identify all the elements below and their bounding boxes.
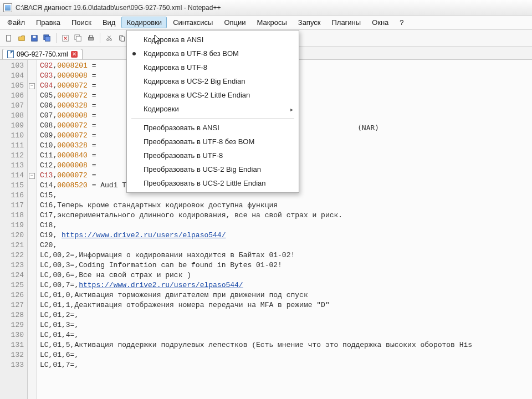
menu-item-вид[interactable]: Вид bbox=[98, 17, 121, 28]
code-line[interactable]: LC,01,7=, bbox=[40, 360, 472, 370]
toolbar-separator bbox=[100, 33, 100, 43]
code-line[interactable]: LC,00,2=,Информация о кодировании находи… bbox=[40, 250, 472, 260]
line-number: 131 bbox=[1, 340, 24, 350]
fold-toggle-icon[interactable] bbox=[28, 81, 36, 91]
code-line[interactable]: LC,00,3=,Coding Information can be found… bbox=[40, 260, 472, 270]
code-token: LC,00,6=,Все на свой страх и риск ) bbox=[40, 271, 191, 279]
code-token: 0000328 bbox=[57, 141, 88, 150]
code-line[interactable]: LC,00,6=,Все на свой страх и риск ) bbox=[40, 270, 472, 280]
line-number: 126 bbox=[1, 290, 24, 300]
code-token: C10 bbox=[40, 141, 53, 150]
fold-spacer bbox=[28, 61, 36, 71]
save-all-icon[interactable] bbox=[42, 33, 53, 44]
menu-item[interactable]: Кодировка в ANSI bbox=[127, 33, 299, 47]
line-number: 110 bbox=[1, 131, 24, 141]
code-token: 0008201 bbox=[57, 62, 88, 70]
fold-spacer bbox=[28, 250, 36, 260]
fold-spacer bbox=[28, 231, 36, 241]
code-token: 0000072 bbox=[57, 131, 88, 140]
menu-item-опции[interactable]: Опции bbox=[219, 17, 250, 28]
close-all-icon[interactable] bbox=[73, 33, 84, 44]
svg-rect-13 bbox=[121, 37, 124, 41]
menu-item-макросы[interactable]: Макросы bbox=[252, 17, 292, 28]
code-token: 0000840 bbox=[57, 151, 88, 160]
code-token: C20, bbox=[40, 241, 57, 249]
menu-item[interactable]: Преобразовать в UCS-2 Big Endian bbox=[127, 162, 299, 176]
menu-item[interactable]: Кодировка в UCS-2 Big Endian bbox=[127, 74, 299, 88]
code-line[interactable]: LC,01,1,Деактивация отображения номера п… bbox=[40, 300, 472, 310]
code-token: C15, bbox=[40, 191, 57, 200]
code-line[interactable]: C18, bbox=[40, 221, 472, 231]
code-line[interactable]: LC,00,7=,https://www.drive2.ru/users/elp… bbox=[40, 280, 472, 290]
code-line[interactable]: C16,Теперь кроме стандартных кодировок д… bbox=[40, 201, 472, 211]
code-token: 0000008 bbox=[57, 161, 88, 170]
title-bar: C:\ВАСЯ диагност 19.6.0\datadb\user\09G-… bbox=[0, 0, 532, 16]
code-token: 0000328 bbox=[57, 101, 88, 110]
code-token: = bbox=[88, 121, 96, 130]
menu-item-плагины[interactable]: Плагины bbox=[326, 17, 366, 28]
svg-rect-8 bbox=[89, 37, 94, 40]
menu-item-?[interactable]: ? bbox=[395, 17, 408, 28]
print-icon[interactable] bbox=[85, 33, 96, 44]
menu-item-синтаксисы[interactable]: Синтаксисы bbox=[168, 17, 218, 28]
file-tab[interactable]: 09G-927-750.xml ✕ bbox=[2, 49, 83, 59]
menu-item-label: Кодировка в UCS-2 Little Endian bbox=[144, 91, 250, 99]
menu-item-правка[interactable]: Правка bbox=[31, 17, 65, 28]
menu-item[interactable]: Преобразовать в ANSI bbox=[127, 121, 299, 135]
code-line[interactable]: LC,01,4=, bbox=[40, 330, 472, 340]
fold-spacer bbox=[28, 241, 36, 250]
code-token: 0000008 bbox=[57, 71, 88, 80]
menu-item[interactable]: Преобразовать в UCS-2 Little Endian bbox=[127, 176, 299, 190]
cut-icon[interactable] bbox=[104, 33, 115, 44]
menu-item-файл[interactable]: Файл bbox=[2, 17, 30, 28]
code-line[interactable]: LC,01,2=, bbox=[40, 310, 472, 320]
code-token: = bbox=[88, 141, 96, 150]
menu-item[interactable]: Преобразовать в UTF-8 bbox=[127, 149, 299, 162]
code-line[interactable]: C19, https://www.drive2.ru/users/elpaso5… bbox=[40, 231, 472, 241]
save-icon[interactable] bbox=[29, 33, 40, 44]
menu-item[interactable]: Кодировки▸ bbox=[127, 102, 299, 116]
svg-rect-9 bbox=[89, 35, 92, 37]
fold-spacer bbox=[28, 201, 36, 211]
fold-spacer bbox=[28, 260, 36, 270]
code-line[interactable]: LC,01,3=, bbox=[40, 320, 472, 330]
tab-close-icon[interactable]: ✕ bbox=[71, 51, 78, 58]
code-line[interactable]: LC,01,6=, bbox=[40, 350, 472, 360]
menu-item[interactable]: Кодировка в UCS-2 Little Endian bbox=[127, 88, 299, 102]
svg-point-10 bbox=[107, 38, 109, 40]
code-line[interactable]: LC,01,0,Активация торможения двигателем … bbox=[40, 290, 472, 300]
menu-item[interactable]: Кодировка в UTF-8 bbox=[127, 60, 299, 74]
new-file-icon[interactable] bbox=[3, 33, 14, 44]
code-token: = bbox=[88, 131, 96, 140]
line-number-gutter: 1031041051061071081091101111121131141151… bbox=[0, 60, 28, 399]
code-token: = bbox=[88, 111, 96, 120]
menu-item-label: Кодировка в UTF-8 bbox=[144, 63, 207, 71]
menu-item-label: Преобразовать в ANSI bbox=[144, 124, 219, 132]
menu-bar: ФайлПравкаПоискВидКодировкиСинтаксисыОпц… bbox=[0, 16, 532, 30]
document-icon bbox=[7, 50, 14, 58]
menu-item[interactable]: Кодировка в UTF-8 без BOM bbox=[127, 47, 299, 60]
fold-spacer bbox=[28, 360, 36, 370]
menu-item-окна[interactable]: Окна bbox=[367, 17, 393, 28]
open-file-icon[interactable] bbox=[16, 33, 27, 44]
menu-item-кодировки[interactable]: Кодировки bbox=[121, 17, 167, 28]
line-number: 119 bbox=[1, 221, 24, 231]
menu-item-запуск[interactable]: Запуск bbox=[293, 17, 326, 28]
code-token: https://www.drive2.ru/users/elpaso544/ bbox=[62, 231, 226, 239]
fold-gutter[interactable] bbox=[28, 60, 37, 399]
menu-item-label: Преобразовать в UCS-2 Big Endian bbox=[144, 165, 261, 173]
line-number: 105 bbox=[1, 81, 24, 91]
code-token: = bbox=[88, 151, 96, 160]
line-number: 123 bbox=[1, 260, 24, 270]
menu-item-поиск[interactable]: Поиск bbox=[66, 17, 96, 28]
code-line[interactable]: C17,экспериментального длинного кодирова… bbox=[40, 211, 472, 221]
code-line[interactable]: LC,01,5,Активация поддержки подрулевых л… bbox=[40, 340, 472, 350]
line-number: 113 bbox=[1, 161, 24, 171]
menu-item[interactable]: Преобразовать в UTF-8 без BOM bbox=[127, 135, 299, 149]
fold-toggle-icon[interactable] bbox=[28, 171, 36, 181]
code-token: C03 bbox=[40, 71, 53, 80]
close-icon[interactable] bbox=[60, 33, 71, 44]
code-line[interactable]: C20, bbox=[40, 241, 472, 250]
copy-icon[interactable] bbox=[116, 33, 127, 44]
line-number: 112 bbox=[1, 151, 24, 161]
